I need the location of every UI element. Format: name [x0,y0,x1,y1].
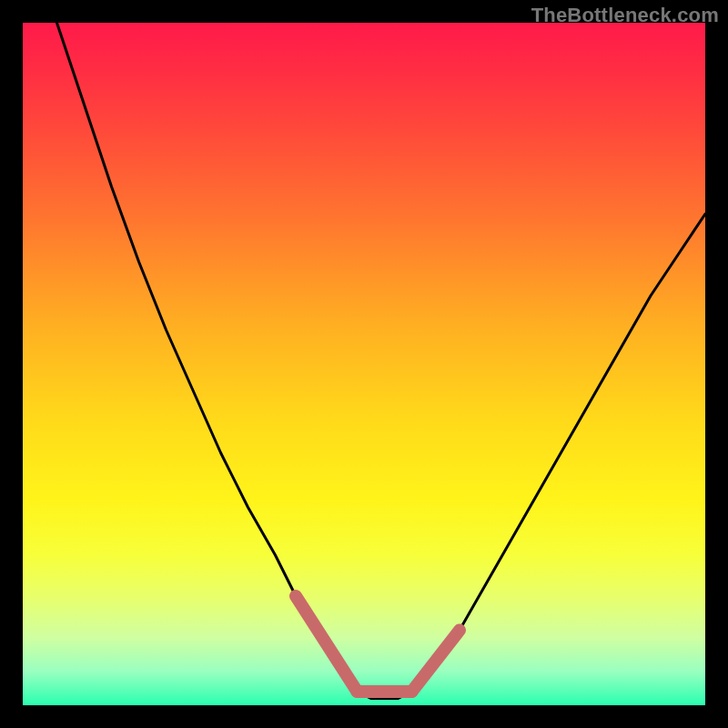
plot-area [23,23,705,705]
curve-left-curve [57,23,358,692]
right-accent [412,631,460,693]
bottleneck-curves [57,23,706,699]
left-accent [296,596,358,692]
outer-frame: TheBottleneck.com [0,0,728,728]
accent-segments [296,596,460,692]
curve-layer [23,23,705,705]
watermark-text: TheBottleneck.com [531,4,719,27]
curve-right-curve [412,214,706,692]
